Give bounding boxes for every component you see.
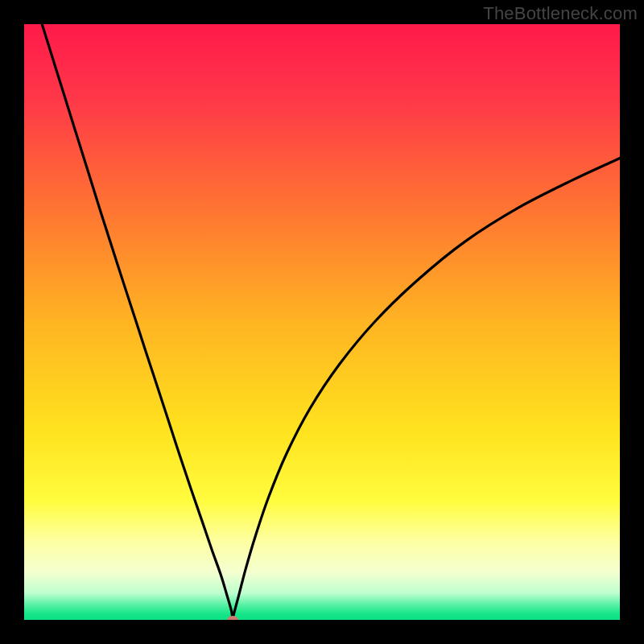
minimum-marker bbox=[227, 616, 238, 620]
plot-area bbox=[24, 24, 620, 620]
watermark-text: TheBottleneck.com bbox=[483, 3, 638, 24]
chart-frame: TheBottleneck.com bbox=[0, 0, 644, 644]
curve-layer bbox=[24, 24, 620, 620]
bottleneck-curve bbox=[42, 24, 620, 620]
